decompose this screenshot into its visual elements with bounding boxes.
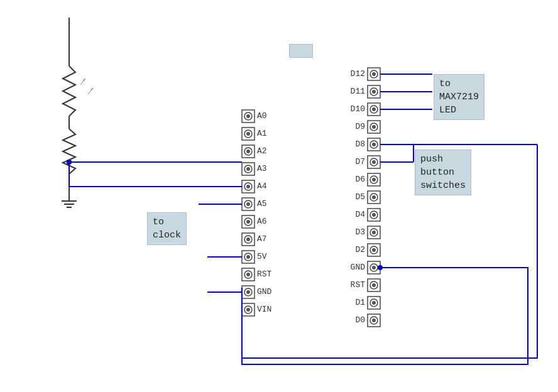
usb-label bbox=[289, 44, 313, 58]
max7219-label: toMAX7219LED bbox=[434, 74, 484, 120]
pushbutton-label: pushbuttonswitches bbox=[415, 150, 471, 195]
toclock-label: toclock bbox=[147, 212, 187, 245]
